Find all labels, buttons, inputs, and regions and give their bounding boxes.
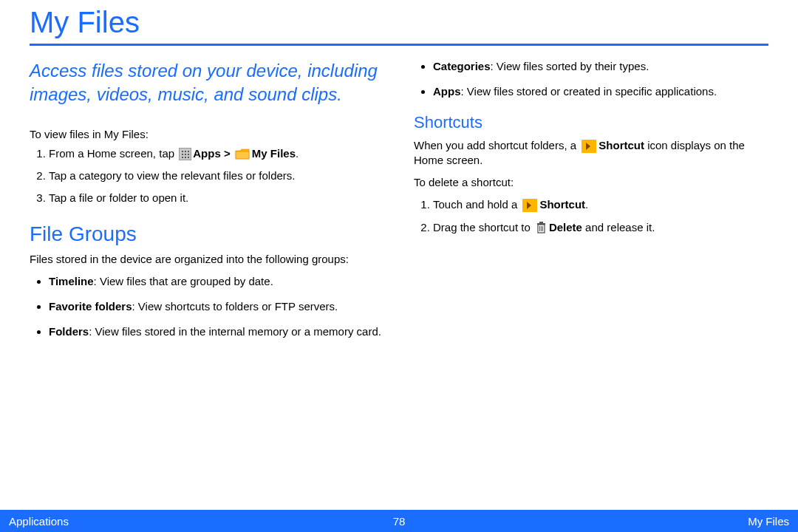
sc-step-1: Touch and hold a Shortcut. — [433, 197, 768, 212]
fg-timeline-text: : View files that are grouped by date. — [94, 275, 273, 287]
footer-right: My Files — [748, 515, 789, 528]
title-rule — [30, 44, 768, 46]
step-3: Tap a file or folder to open it. — [49, 191, 384, 205]
sc-step1-c: . — [585, 198, 588, 211]
step-1-period: . — [296, 147, 299, 160]
sc-intro-bold: Shortcut — [598, 139, 644, 151]
sc-step1-bold: Shortcut — [539, 198, 585, 211]
fg-fav-text: : View shortcuts to folders or FTP serve… — [132, 300, 338, 313]
column-left: Access files stored on your device, incl… — [30, 59, 384, 350]
column-right: Categories: View files sorted by their t… — [414, 59, 768, 350]
view-files-lead: To view files in My Files: — [30, 128, 384, 140]
sc-intro-a: When you add shortcut folders, a — [414, 139, 579, 151]
sc-step-2: Drag the shortcut to Delete and release … — [433, 220, 768, 235]
fg-timeline-bold: Timeline — [49, 275, 94, 287]
sc-step2-c: and release it. — [582, 221, 655, 233]
fg-categories: Categories: View files sorted by their t… — [433, 59, 768, 74]
svg-rect-6 — [539, 222, 543, 223]
fg-apps-text: : View files stored or created in specif… — [461, 85, 717, 98]
page: My Files Access files stored on your dev… — [0, 0, 798, 532]
step-1-apps-label: Apps > — [193, 147, 233, 160]
shortcuts-steps: Touch and hold a Shortcut. Drag the shor… — [414, 197, 768, 235]
fg-apps: Apps: View files stored or created in sp… — [433, 84, 768, 99]
sc-step2-bold: Delete — [549, 221, 582, 233]
shortcut-icon-2 — [522, 199, 537, 212]
fg-fav-bold: Favorite folders — [49, 300, 132, 313]
step-2: Tap a category to view the relevant file… — [49, 168, 384, 183]
intro-text: Access files stored on your device, incl… — [30, 59, 384, 107]
file-groups-lead: Files stored in the device are organized… — [30, 252, 384, 267]
page-footer: Applications 78 My Files — [0, 510, 798, 532]
svg-rect-0 — [236, 151, 249, 159]
heading-shortcuts: Shortcuts — [414, 113, 768, 132]
fg-apps-bold: Apps — [433, 85, 461, 98]
svg-rect-5 — [537, 223, 545, 225]
step-1-myfiles-label: My Files — [252, 147, 296, 160]
view-files-steps: From a Home screen, tap Apps > My Files.… — [30, 146, 384, 206]
step-1: From a Home screen, tap Apps > My Files. — [49, 146, 384, 161]
fg-folders-bold: Folders — [49, 325, 89, 338]
footer-left: Applications — [9, 515, 69, 528]
fg-cat-bold: Categories — [433, 60, 491, 72]
fg-folders: Folders: View files stored in the intern… — [49, 324, 384, 339]
footer-page-number: 78 — [393, 515, 406, 528]
trash-icon — [536, 222, 547, 234]
shortcuts-delete-lead: To delete a shortcut: — [414, 175, 768, 190]
page-title: My Files — [30, 0, 768, 44]
heading-file-groups: File Groups — [30, 222, 384, 246]
sc-step2-a: Drag the shortcut to — [433, 221, 533, 233]
fg-timeline: Timeline: View files that are grouped by… — [49, 274, 384, 289]
fg-cat-text: : View files sorted by their types. — [491, 60, 649, 72]
file-groups-list-left: Timeline: View files that are grouped by… — [30, 274, 384, 340]
shortcut-icon — [582, 140, 596, 153]
file-groups-list-right: Categories: View files sorted by their t… — [414, 59, 768, 100]
folder-icon — [235, 149, 250, 160]
step-1-text-a: From a Home screen, tap — [49, 147, 177, 160]
sc-step1-a: Touch and hold a — [433, 198, 520, 211]
apps-grid-icon — [179, 148, 191, 160]
fg-favorite: Favorite folders: View shortcuts to fold… — [49, 299, 384, 314]
fg-folders-text: : View files stored in the internal memo… — [89, 325, 381, 338]
two-column-layout: Access files stored on your device, incl… — [30, 59, 768, 350]
shortcuts-intro: When you add shortcut folders, a Shortcu… — [414, 138, 768, 168]
